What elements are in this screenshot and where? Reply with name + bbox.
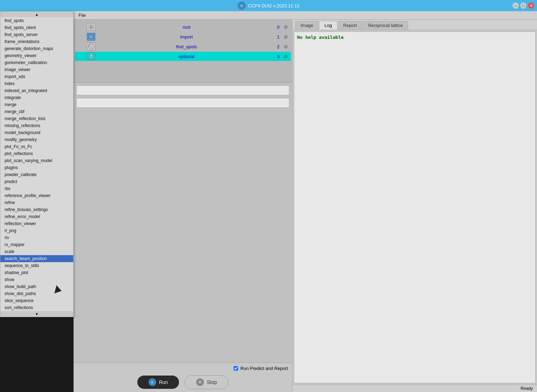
workflow-area: ⊞ root 0 ⊘ ↵ bbox=[74, 20, 292, 392]
content-area: File ⊞ root bbox=[74, 11, 537, 392]
optional-node-num: 3 bbox=[277, 54, 280, 59]
import-node-icon: ↵ bbox=[87, 33, 95, 41]
sidebar-item-merge_cbf[interactable]: merge_cbf bbox=[0, 108, 73, 115]
sidebar-item-powder_calibrate[interactable]: powder_calibrate bbox=[0, 171, 73, 178]
sidebar-item-search_beam_position[interactable]: search_beam_position bbox=[0, 255, 73, 262]
node-tree: ⊞ root 0 ⊘ ↵ bbox=[74, 20, 292, 83]
find-node-num: 2 bbox=[277, 44, 280, 49]
sidebar-item-reflection_viewer[interactable]: reflection_viewer bbox=[0, 220, 73, 227]
find-node-label: find_spots bbox=[96, 43, 277, 50]
run-stop-row: D Run ✕ Stop bbox=[78, 375, 288, 389]
sidebar-item-plot_reflections[interactable]: plot_reflections bbox=[0, 150, 73, 157]
sidebar-item-modify_geometry[interactable]: modify_geometry bbox=[0, 136, 73, 143]
table-row: ↵ import 1 ⊘ bbox=[75, 32, 291, 41]
sidebar-item-find_spots[interactable]: find_spots bbox=[0, 17, 73, 24]
file-menu[interactable]: File bbox=[76, 12, 88, 19]
bottom-bar: Run Predict and Report D Run ✕ Stop bbox=[74, 363, 292, 392]
sidebar-item-indexed_as_integrated[interactable]: indexed_as_integrated bbox=[0, 87, 73, 94]
sidebar-item-model_background[interactable]: model_background bbox=[0, 129, 73, 136]
dials-logo-run: D bbox=[149, 378, 156, 386]
maximize-button[interactable]: □ bbox=[520, 2, 526, 9]
tab-bar: ImageLogReportReciprocal lattice bbox=[292, 20, 537, 30]
sidebar-item-refine[interactable]: refine bbox=[0, 199, 73, 206]
sidebar-item-rlv[interactable]: rlv bbox=[0, 234, 73, 241]
minimize-button[interactable]: ─ bbox=[512, 2, 519, 9]
import-node-num: 1 bbox=[277, 34, 280, 40]
sidebar-dropdown: ▲ find_spotsfind_spots_clientfind_spots_… bbox=[0, 11, 74, 317]
scroll-down-button[interactable]: ▼ bbox=[0, 311, 73, 317]
sidebar-item-integrate[interactable]: integrate bbox=[0, 94, 73, 101]
sidebar-item-reference_profile_viewer[interactable]: reference_profile_viewer bbox=[0, 192, 73, 199]
sidebar-item-geometry_viewer[interactable]: geometry_viewer bbox=[0, 52, 73, 59]
root-node-icon: ⊞ bbox=[87, 23, 95, 31]
sidebar-item-goniometer_calibration[interactable]: goniometer_calibration bbox=[0, 59, 73, 66]
svg-point-5 bbox=[89, 45, 91, 47]
log-area: No help available bbox=[294, 31, 536, 383]
svg-text:?: ? bbox=[90, 54, 92, 58]
root-node-num: 0 bbox=[277, 24, 280, 30]
right-panel: ImageLogReportReciprocal lattice No help… bbox=[292, 20, 537, 392]
import-node-label: import bbox=[96, 34, 277, 40]
sidebar-item-find_spots_server[interactable]: find_spots_server bbox=[0, 31, 73, 38]
svg-text:⊞: ⊞ bbox=[90, 26, 92, 28]
sidebar-item-generate_distortion_maps[interactable]: generate_distortion_maps bbox=[0, 45, 73, 52]
sidebar-item-frame_orientations[interactable]: frame_orientations bbox=[0, 38, 73, 45]
run-label: Run bbox=[159, 379, 168, 385]
sidebar-item-show_build_path[interactable]: show_build_path bbox=[0, 283, 73, 290]
sidebar-item-slice_sequence[interactable]: slice_sequence bbox=[0, 297, 73, 304]
title-bar-controls: ─ □ ✕ bbox=[512, 2, 534, 9]
sidebar-item-index[interactable]: index bbox=[0, 80, 73, 87]
sidebar-item-predict[interactable]: predict bbox=[0, 178, 73, 185]
optional-node-eye[interactable]: ⊘ bbox=[282, 53, 289, 60]
sidebar-item-missing_reflections[interactable]: missing_reflections bbox=[0, 122, 73, 129]
sidebar-item-sort_reflections[interactable]: sort_reflections bbox=[0, 304, 73, 311]
sidebar-item-show_dist_paths[interactable]: show_dist_paths bbox=[0, 290, 73, 297]
scroll-up-button[interactable]: ▲ bbox=[0, 12, 73, 17]
sidebar-item-show[interactable]: show bbox=[0, 276, 73, 283]
table-row: find_spots 2 ⊘ bbox=[75, 42, 291, 51]
close-button[interactable]: ✕ bbox=[528, 2, 534, 9]
root-node-eye[interactable]: ⊘ bbox=[282, 23, 289, 30]
work-panel: ⊞ root 0 ⊘ ↵ bbox=[74, 20, 537, 392]
root-node-label: root bbox=[96, 24, 277, 30]
find-node-icon bbox=[87, 43, 95, 50]
tab-log[interactable]: Log bbox=[319, 21, 337, 30]
sidebar-item-merge[interactable]: merge bbox=[0, 101, 73, 108]
tab-report[interactable]: Report bbox=[338, 21, 362, 30]
sidebar-item-rbs[interactable]: rbs bbox=[0, 185, 73, 192]
tab-image[interactable]: Image bbox=[295, 21, 318, 30]
status-bar: Ready bbox=[292, 385, 537, 392]
sidebar-item-shadow_plot[interactable]: shadow_plot bbox=[0, 269, 73, 276]
tab-reciprocal_lattice[interactable]: Reciprocal lattice bbox=[363, 21, 408, 30]
table-row: ⊞ root 0 ⊘ bbox=[75, 22, 291, 31]
sidebar-item-plot_scan_varying_model[interactable]: plot_scan_varying_model bbox=[0, 157, 73, 164]
stop-button[interactable]: ✕ Stop bbox=[185, 375, 228, 389]
stop-label: Stop bbox=[207, 379, 217, 385]
dials-logo: D bbox=[237, 1, 246, 10]
sidebar-item-import_xds[interactable]: import_xds bbox=[0, 73, 73, 80]
title-bar: D CCP4 DUI2 v:2023.11.13 ─ □ ✕ bbox=[0, 0, 537, 11]
run-predict-label: Run Predict and Report bbox=[240, 366, 288, 371]
sidebar-item-scale[interactable]: scale bbox=[0, 248, 73, 255]
import-node-eye[interactable]: ⊘ bbox=[282, 33, 289, 40]
run-predict-checkbox[interactable] bbox=[234, 366, 238, 371]
table-row: op ? optional 3 ⊘ bbox=[75, 52, 291, 61]
sidebar-item-sequence_to_stills[interactable]: sequence_to_stills bbox=[0, 262, 73, 269]
sidebar-item-image_viewer[interactable]: image_viewer bbox=[0, 66, 73, 73]
checkbox-row: Run Predict and Report bbox=[234, 366, 288, 371]
sidebar-item-rl_png[interactable]: rl_png bbox=[0, 227, 73, 234]
optional-node-icon: ? bbox=[87, 52, 95, 60]
sidebar-item-find_spots_client[interactable]: find_spots_client bbox=[0, 24, 73, 31]
run-button[interactable]: D Run bbox=[137, 376, 179, 389]
window-title: CCP4 DUI2 v:2023.11.13 bbox=[248, 3, 300, 8]
sidebar-item-plugins[interactable]: plugins bbox=[0, 164, 73, 171]
sidebar-item-rs_mapper[interactable]: rs_mapper bbox=[0, 241, 73, 248]
find-node-eye[interactable]: ⊘ bbox=[282, 43, 289, 50]
sidebar-item-refine_error_model[interactable]: refine_error_model bbox=[0, 213, 73, 220]
params-input-1[interactable] bbox=[76, 85, 289, 95]
sidebar-item-refine_bravais_settings[interactable]: refine_bravais_settings bbox=[0, 206, 73, 213]
ready-status: Ready bbox=[521, 386, 533, 391]
sidebar-item-plot_Fo_vs_Fc[interactable]: plot_Fo_vs_Fc bbox=[0, 143, 73, 150]
params-input-2[interactable] bbox=[76, 98, 289, 108]
sidebar-item-merge_reflection_lists[interactable]: merge_reflection_lists bbox=[0, 115, 73, 122]
